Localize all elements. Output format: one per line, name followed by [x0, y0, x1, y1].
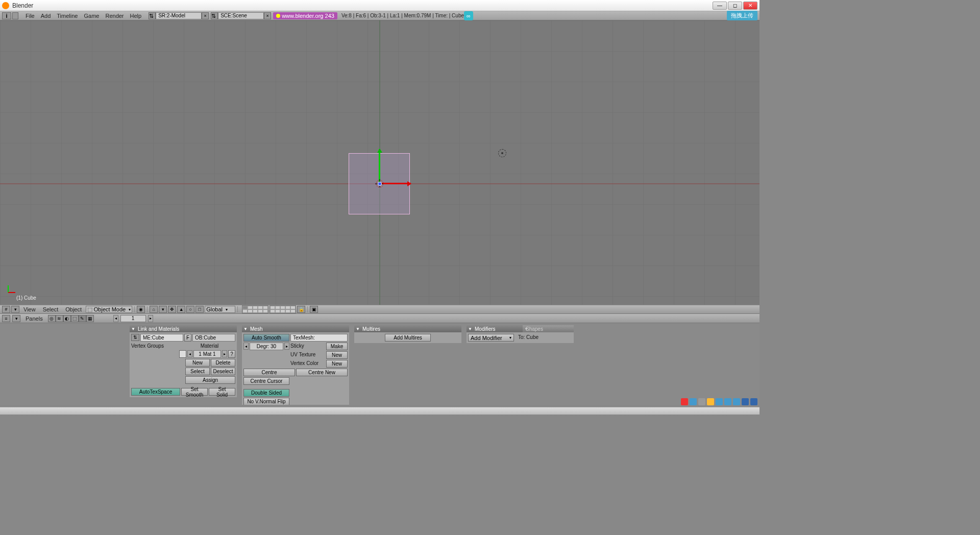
scene-delete-button[interactable]: × — [264, 12, 271, 19]
menu-file[interactable]: File — [22, 13, 38, 19]
menu-help[interactable]: Help — [127, 13, 145, 19]
double-sided-button[interactable]: Double Sided — [243, 389, 289, 397]
tab-shapes[interactable]: Shapes — [523, 325, 574, 332]
texmesh-field[interactable]: TexMesh: — [290, 334, 348, 342]
gizmo-x-axis[interactable] — [380, 183, 411, 184]
windows-taskbar[interactable] — [0, 407, 760, 415]
mat-preview[interactable] — [179, 350, 186, 358]
window-type-dropdown[interactable] — [12, 12, 18, 19]
render-preview-button[interactable]: ▣ — [310, 306, 318, 313]
layer-buttons[interactable] — [242, 305, 296, 313]
panel-hdr-multires[interactable]: Multires — [354, 325, 461, 332]
upload-button[interactable]: 拖拽上传 — [727, 11, 757, 20]
mat-delete-button[interactable]: Delete — [211, 359, 235, 367]
me-browse-icon[interactable]: ⇅ — [131, 334, 139, 341]
scene-browse-icon[interactable]: ⇅ — [211, 12, 218, 19]
centre-cursor-button[interactable]: Centre Cursor — [243, 377, 289, 385]
degr-prev[interactable]: ◂ — [243, 343, 249, 350]
blender-url-pill[interactable]: www.blender.org 243 — [273, 12, 337, 19]
no-vnormal-button[interactable]: No V.Normal Flip — [243, 398, 289, 405]
manipulator-toggle[interactable]: ✥ — [168, 306, 176, 313]
draw-type-button[interactable]: ◉ — [137, 306, 145, 313]
uvtex-new-button[interactable]: New — [326, 351, 348, 359]
mat-deselect-button[interactable]: Deselect — [211, 368, 235, 375]
screen-selector[interactable]: ⇅ SR:2-Model × — [149, 12, 209, 19]
pivot-dropdown[interactable]: ▾ — [159, 306, 167, 313]
frame-next[interactable]: ▸ — [148, 315, 153, 322]
mat-index[interactable]: 1 Mat 1 — [193, 350, 221, 358]
orientation-selector[interactable]: Global▾ — [205, 306, 235, 313]
minimize-button[interactable]: — — [713, 2, 727, 10]
tray-icon-2[interactable] — [698, 398, 705, 405]
tab-modifiers[interactable]: Modifiers — [467, 325, 523, 332]
viewport-type-dropdown[interactable]: ▾ — [11, 306, 19, 313]
add-modifier-button[interactable]: Add Modifier▾ — [468, 334, 514, 342]
tray-icon-3[interactable] — [707, 398, 714, 405]
centre-button[interactable]: Centre — [243, 369, 295, 376]
scale-manipulator[interactable]: □ — [195, 306, 204, 313]
lock-layers-icon[interactable]: 🔒 — [297, 306, 305, 313]
ctx-script-icon[interactable]: ≋ — [56, 315, 63, 322]
gizmo-y-axis[interactable] — [379, 149, 380, 184]
menu-timeline[interactable]: Timeline — [54, 13, 81, 19]
set-smooth-button[interactable]: Set Smooth — [181, 388, 208, 396]
lamp-object[interactable] — [498, 149, 506, 157]
degr-next[interactable]: ▸ — [284, 343, 289, 350]
vp-menu-select[interactable]: Select — [40, 306, 62, 312]
auto-smooth-button[interactable]: Auto Smooth — [243, 334, 289, 342]
panels-menu[interactable]: Panels — [22, 315, 46, 322]
centre-new-button[interactable]: Centre New — [296, 369, 348, 376]
screen-name-field[interactable]: SR:2-Model — [156, 12, 202, 19]
ctx-object-icon[interactable]: ⬚ — [71, 315, 79, 322]
buttons-type-dropdown[interactable]: ▾ — [12, 315, 20, 322]
ctx-scene-icon[interactable]: ▦ — [86, 315, 94, 322]
tray-icon-6[interactable] — [733, 398, 740, 405]
scene-name-field[interactable]: SCE:Scene — [218, 12, 264, 19]
frame-prev[interactable]: ◂ — [113, 315, 118, 322]
screen-browse-icon[interactable]: ⇅ — [149, 12, 156, 19]
tray-icon-7[interactable] — [742, 398, 749, 405]
ctx-shading-icon[interactable]: ◐ — [63, 315, 71, 322]
tray-icon-5[interactable] — [724, 398, 731, 405]
mode-selector[interactable]: ⬚ Object Mode▾ — [86, 306, 132, 313]
sticky-make-button[interactable]: Make — [326, 343, 348, 350]
mat-select-button[interactable]: Select — [185, 368, 210, 375]
ctx-logic-icon[interactable]: ◎ — [48, 315, 56, 322]
mat-help[interactable]: ? — [228, 350, 235, 358]
mat-next[interactable]: ▸ — [222, 350, 227, 357]
mat-assign-button[interactable]: Assign — [185, 376, 235, 384]
object-name-field[interactable]: OB:Cube — [192, 334, 235, 342]
tray-icon-8[interactable] — [750, 398, 757, 405]
scene-selector[interactable]: ⇅ SCE:Scene × — [211, 12, 271, 19]
fake-user-button[interactable]: F — [184, 334, 191, 342]
screen-delete-button[interactable]: × — [202, 12, 209, 19]
menu-game[interactable]: Game — [81, 13, 102, 19]
translate-manipulator[interactable]: ▲ — [177, 306, 185, 313]
tray-icon-4[interactable] — [716, 398, 723, 405]
3d-viewport[interactable]: (1) Cube — [0, 20, 760, 305]
panel-hdr-mesh[interactable]: Mesh — [242, 325, 349, 332]
autotexspace-button[interactable]: AutoTexSpace — [131, 388, 180, 396]
add-multires-button[interactable]: Add Multires — [385, 334, 431, 342]
buttons-type-icon[interactable]: ≡ — [2, 315, 10, 322]
panel-hdr-link-materials[interactable]: Link and Materials — [130, 325, 237, 332]
pivot-button[interactable]: ⌂ — [150, 306, 158, 313]
upload-logo-icon[interactable]: ∞ — [464, 11, 473, 20]
gizmo-origin[interactable] — [378, 182, 382, 186]
close-button[interactable]: ✕ — [743, 2, 757, 10]
degr-field[interactable]: Degr: 30 — [250, 343, 283, 350]
window-type-icon[interactable]: i — [2, 12, 11, 19]
mat-new-button[interactable]: New — [185, 359, 210, 367]
ctx-editing-icon[interactable]: ✎ — [79, 315, 86, 322]
set-solid-button[interactable]: Set Solid — [209, 388, 235, 396]
menu-render[interactable]: Render — [102, 13, 127, 19]
tray-icon-1[interactable] — [690, 398, 697, 405]
tray-ime-icon[interactable] — [681, 398, 688, 405]
rotate-manipulator[interactable]: ○ — [186, 306, 194, 313]
viewport-type-icon[interactable]: # — [2, 306, 10, 313]
vp-menu-view[interactable]: View — [20, 306, 39, 312]
menu-add[interactable]: Add — [38, 13, 54, 19]
frame-field[interactable]: 1 — [120, 315, 146, 322]
vcolor-new-button[interactable]: New — [326, 360, 348, 368]
mat-prev[interactable]: ◂ — [187, 350, 192, 357]
